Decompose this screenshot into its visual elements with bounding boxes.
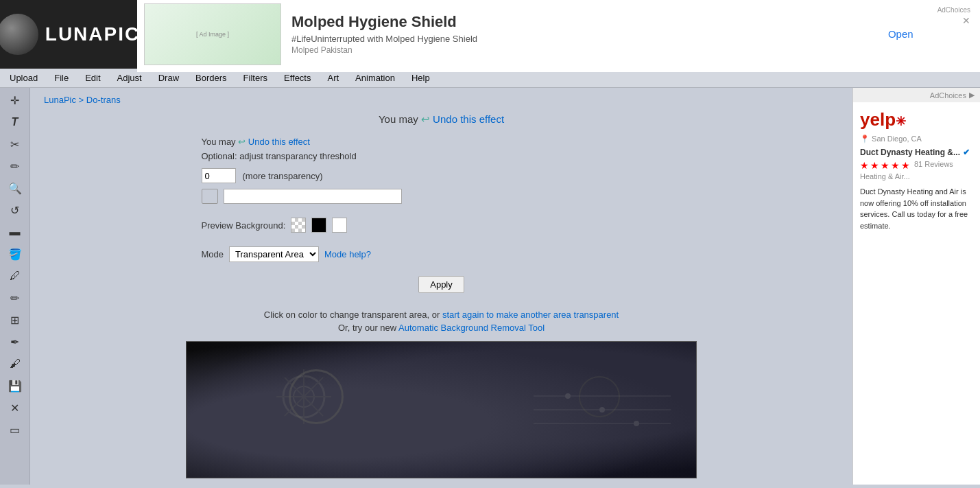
image-preview-inner (187, 342, 696, 478)
breadcrumb: LunaPic > Do-trans (44, 95, 839, 105)
menu-effects[interactable]: Effects (276, 69, 320, 87)
star-5: ★ (901, 160, 910, 171)
tool-save[interactable]: 💾 (4, 376, 26, 395)
main-layout: ✛ T ✂ ✏ 🔍 ↺ ▬ 🪣 🖊 ✏ ⊞ ✒ 🖌 💾 ✕ ▭ LunaPic … (0, 88, 980, 485)
tool-brush[interactable]: ✏ (4, 288, 26, 307)
svg-point-10 (599, 407, 605, 413)
menu-help[interactable]: Help (403, 69, 438, 87)
slider-row (202, 189, 682, 204)
threshold-row: (more transparency) (202, 168, 682, 183)
breadcrumb-do-trans[interactable]: Do-trans (86, 95, 121, 105)
undo-secondary: You may ↩ Undo this effect (202, 137, 682, 147)
verified-icon: ✔ (963, 148, 970, 157)
apply-button[interactable]: Apply (418, 276, 464, 293)
tool-text[interactable]: T (4, 113, 26, 132)
undo-link-main[interactable]: Undo this effect (433, 113, 504, 125)
star-4: ★ (891, 160, 900, 171)
image-preview-container[interactable] (186, 341, 697, 478)
undo-title-main: You may ↩ Undo this effect (44, 113, 839, 126)
tool-pencil[interactable]: ✏ (4, 156, 26, 176)
ad-choices-right: AdChoices (930, 91, 966, 100)
tool-fill[interactable]: 🪣 (4, 244, 26, 264)
apply-row: Apply (202, 276, 682, 293)
logo-circle-icon (0, 14, 38, 55)
or-try-text: Or, try our new (338, 323, 396, 333)
ad-content-area: [ Ad Image ] Molped Hygiene Shield #Life… (137, 0, 980, 72)
menu-adjust[interactable]: Adjust (109, 69, 150, 87)
threshold-input[interactable] (202, 168, 236, 183)
review-count: 81 Reviews (914, 160, 953, 171)
menu-borders[interactable]: Borders (187, 69, 235, 87)
breadcrumb-lunapic[interactable]: LunaPic (44, 95, 76, 105)
threshold-hint: (more transparency) (243, 171, 323, 181)
yelp-logo: yelp✳ (860, 109, 973, 130)
info-section: Click on color to change transparent are… (44, 310, 839, 333)
swatch-transparent[interactable] (291, 218, 306, 233)
mode-select[interactable]: Transparent Area Opaque Area Selection (229, 246, 319, 262)
tool-zoom[interactable]: 🔍 (4, 178, 26, 198)
swatch-black[interactable] (311, 218, 326, 233)
star-rating: ★ ★ ★ ★ ★ 81 Reviews (860, 160, 973, 171)
tool-rotate[interactable]: ↺ (4, 200, 26, 220)
undo-icon-main: ↩ (421, 113, 430, 125)
optional-label: Optional: adjust transparancy threshold (202, 151, 682, 161)
menu-animation[interactable]: Animation (347, 69, 403, 87)
menu-art[interactable]: Art (319, 69, 347, 87)
ad-subtitle: #LifeUninterrupted with Molped Hygiene S… (291, 34, 867, 44)
or-try-row: Or, try our new Automatic Background Rem… (44, 323, 839, 333)
tool-grid[interactable]: ⊞ (4, 310, 26, 329)
info-static-text: Click on color to change transparent are… (264, 310, 442, 320)
ad-choices-label: AdChoices (937, 6, 970, 14)
yelp-location: 📍 San Diego, CA (860, 135, 973, 143)
auto-bg-removal-link[interactable]: Automatic Background Removal Tool (398, 323, 545, 333)
mode-row: Mode Transparent Area Opaque Area Select… (202, 246, 682, 262)
logo-text: LUNAPIC (45, 23, 137, 45)
ad-banner: LUNAPIC [ Ad Image ] Molped Hygiene Shie… (0, 0, 980, 69)
ad-title: Molped Hygiene Shield (291, 13, 867, 31)
circuit-decoration-icon (534, 382, 671, 437)
tool-rect[interactable]: ▬ (4, 222, 26, 242)
menu-file[interactable]: File (46, 69, 77, 87)
tool-close[interactable]: ✕ (4, 398, 26, 417)
right-sidebar: AdChoices ▶ yelp✳ 📍 San Diego, CA Duct D… (852, 88, 980, 485)
effect-panel: You may ↩ Undo this effect Optional: adj… (202, 137, 682, 293)
tool-move[interactable]: ✛ (4, 91, 26, 110)
left-toolbar: ✛ T ✂ ✏ 🔍 ↺ ▬ 🪣 🖊 ✏ ⊞ ✒ 🖌 💾 ✕ ▭ (0, 88, 30, 485)
slider-thumb[interactable] (202, 189, 218, 204)
breadcrumb-separator: > (79, 95, 86, 105)
svg-point-9 (565, 393, 571, 399)
ad-open-button[interactable]: Open (877, 23, 924, 45)
swatch-white[interactable] (332, 218, 347, 233)
preview-bg-label: Preview Background: (202, 220, 286, 231)
menu-draw[interactable]: Draw (150, 69, 187, 87)
right-sidebar-content: yelp✳ 📍 San Diego, CA Duct Dynasty Heati… (853, 102, 980, 238)
info-text-main: Click on color to change transparent are… (44, 310, 839, 320)
mode-help-link[interactable]: Mode help? (324, 249, 371, 259)
menu-filters[interactable]: Filters (235, 69, 276, 87)
menu-edit[interactable]: Edit (77, 69, 108, 87)
content-area: LunaPic > Do-trans You may ↩ Undo this e… (30, 88, 852, 485)
slider-track[interactable] (224, 189, 402, 204)
tool-pen[interactable]: 🖊 (4, 266, 26, 286)
info-link-start-again[interactable]: start again to make another area transpa… (442, 310, 619, 320)
preview-bg-row: Preview Background: (202, 218, 682, 233)
menu-upload[interactable]: Upload (1, 69, 46, 87)
logo-area: LUNAPIC (0, 0, 137, 69)
business-category: Heating & Air... (860, 172, 973, 181)
ad-brand: Molped Pakistan (291, 45, 867, 55)
mode-label: Mode (202, 249, 224, 259)
tool-paint[interactable]: 🖌 (4, 354, 26, 373)
right-sidebar-header: AdChoices ▶ (853, 88, 980, 102)
star-1: ★ (860, 160, 869, 171)
ad-text-block: Molped Hygiene Shield #LifeUninterrupted… (291, 13, 867, 55)
ad-description-text: Duct Dynasty Heating and Air is now offe… (860, 186, 973, 231)
star-3: ★ (881, 160, 889, 171)
tool-cut[interactable]: ✂ (4, 135, 26, 154)
tool-marker[interactable]: ✒ (4, 332, 26, 351)
ad-choices-icon: ▶ (969, 91, 975, 100)
page-content: LunaPic > Do-trans You may ↩ Undo this e… (30, 88, 852, 485)
ad-close-icon[interactable]: ✕ (962, 15, 970, 26)
tool-frame[interactable]: ▭ (4, 420, 26, 439)
undo-link-secondary[interactable]: Undo this effect (248, 137, 310, 147)
svg-point-11 (634, 421, 639, 426)
